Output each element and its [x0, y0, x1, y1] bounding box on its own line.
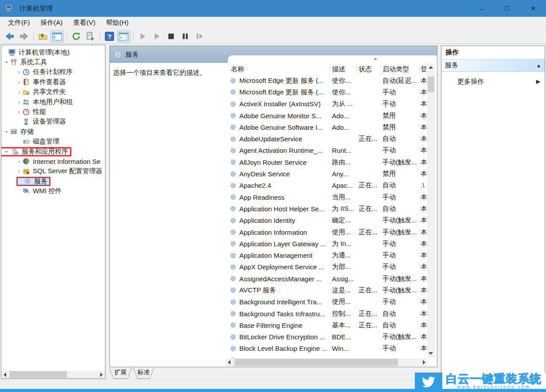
back-button[interactable]	[3, 31, 16, 43]
tree-item[interactable]: ›磁盘管理	[1, 137, 105, 147]
maximize-button[interactable]: □	[495, 0, 520, 17]
service-row[interactable]: Microsoft Edge 更新 服务 (...使你...自动(延迟...本	[226, 75, 427, 86]
chevron-down-icon[interactable]: ›	[4, 129, 10, 134]
tree-item[interactable]: ›任务计划程序	[1, 67, 105, 77]
service-row[interactable]: App Readiness当用...手动本	[226, 191, 427, 203]
pause-service-button[interactable]	[179, 31, 192, 43]
scrollbar-thumb[interactable]	[428, 77, 434, 92]
column-header-name[interactable]: 名称	[226, 63, 330, 75]
tree-item[interactable]: ›Internet Information Se	[1, 156, 105, 166]
tree-node[interactable]: SQL Server 配置管理器	[22, 167, 104, 176]
chevron-down-icon[interactable]: ›	[4, 60, 10, 65]
scroll-down-icon[interactable]	[429, 352, 433, 355]
minimize-button[interactable]: –	[469, 0, 495, 17]
chevron-right-icon[interactable]: ›	[16, 89, 22, 95]
tree-node[interactable]: 存储	[9, 127, 35, 136]
tree-item[interactable]: ›服务	[1, 176, 105, 186]
service-row[interactable]: AVCTP 服务这是...正在...手动(触发...本	[226, 284, 427, 296]
service-row[interactable]: Apache2.4Apac...正在...自动.\	[226, 180, 427, 191]
help-button[interactable]: ?	[103, 31, 116, 43]
column-header-logon[interactable]: 登	[420, 63, 427, 75]
tab-extended[interactable]: 扩展	[109, 368, 132, 379]
service-row[interactable]: Application Information使用...正在...手动(触发..…	[226, 226, 427, 238]
menu-item[interactable]: 操作(A)	[35, 17, 68, 28]
service-row[interactable]: Application Management为通...手动本	[226, 249, 427, 261]
scroll-left-icon[interactable]	[228, 360, 230, 365]
tree-horizontal-scrollbar[interactable]	[1, 371, 105, 378]
service-row[interactable]: Application Identity确定...手动(触发...本	[226, 215, 427, 226]
tree-node[interactable]: 服务	[16, 177, 51, 186]
service-row[interactable]: Application Layer Gateway ...为 In...手动本	[226, 238, 427, 249]
more-actions-item[interactable]: 更多操作 ▶	[441, 75, 545, 88]
restart-service-button[interactable]	[193, 31, 206, 43]
tree-item[interactable]: ›系统工具	[1, 57, 105, 67]
menu-item[interactable]: 文件(F)	[3, 17, 35, 28]
service-row[interactable]: Agent Activation Runtime_...Runt...手动本	[226, 145, 427, 156]
menu-item[interactable]: 查看(V)	[68, 17, 101, 28]
tree-item[interactable]: ›服务和应用程序	[1, 147, 105, 156]
stop-service-button[interactable]	[164, 31, 178, 43]
list-vertical-scrollbar[interactable]	[427, 63, 435, 357]
tree-node[interactable]: 事件查看器	[22, 78, 68, 87]
tree-item[interactable]: ›SQL Server 配置管理器	[1, 167, 105, 176]
service-row[interactable]: AdobeUpdateService正在...自动本	[226, 133, 427, 144]
service-row[interactable]: AllJoyn Router Service路由...手动(触发...本	[226, 156, 427, 168]
chevron-right-icon[interactable]: ›	[16, 79, 22, 85]
service-row[interactable]: Base Filtering Engine基本...正在...自动本	[226, 319, 427, 331]
tree-item[interactable]: ›本地用户和组	[1, 97, 105, 107]
column-header-status[interactable]: 状态	[357, 63, 381, 75]
chevron-right-icon[interactable]: ›	[16, 168, 22, 175]
tree-item[interactable]: ›计算机管理(本地)	[1, 47, 105, 57]
tree-node[interactable]: 性能	[22, 107, 48, 116]
tree-node[interactable]: 共享文件夹	[22, 87, 68, 97]
actions-group-services[interactable]: 服务 ▲	[441, 59, 545, 72]
service-row[interactable]: Block Level Backup Engine ...Win...手动本	[226, 343, 427, 354]
service-row[interactable]: Background Tasks Infrastru...控制...正在...自…	[226, 308, 427, 319]
service-row[interactable]: Background Intelligent Tra...使用...手动本	[226, 296, 427, 308]
tree-node[interactable]: 磁盘管理	[22, 137, 61, 146]
service-row[interactable]: BitLocker Drive Encryption ...BDE...手动(触…	[226, 331, 427, 343]
service-row[interactable]: ActiveX Installer (AxInstSV)为从 ...手动本	[226, 98, 427, 110]
chevron-right-icon[interactable]: ›	[16, 109, 22, 115]
tree-item[interactable]: ›WMI 控件	[1, 186, 105, 196]
scrollbar-thumb[interactable]	[234, 359, 398, 366]
tree-node[interactable]: 设备管理器	[22, 117, 68, 126]
chevron-right-icon[interactable]: ›	[16, 69, 22, 75]
column-header-startup[interactable]: 启动类型	[381, 63, 420, 75]
tree-item[interactable]: ›事件查看器	[1, 77, 105, 87]
tree-node[interactable]: Internet Information Se	[22, 157, 102, 166]
refresh-button[interactable]	[70, 31, 83, 43]
service-row[interactable]: AppX Deployment Service ...为部...手动本	[226, 261, 427, 273]
tree-node[interactable]: 系统工具	[9, 58, 49, 67]
service-row[interactable]: Microsoft Edge 更新 服务 (...使你...手动本	[226, 86, 427, 98]
tree-item[interactable]: ›共享文件夹	[1, 87, 105, 97]
scroll-left-icon[interactable]	[4, 373, 6, 377]
tree-node[interactable]: 计算机管理(本地)	[8, 48, 71, 57]
up-level-button[interactable]	[36, 31, 50, 43]
service-row[interactable]: AnyDesk ServiceAny...禁用本	[226, 168, 427, 179]
chevron-right-icon[interactable]: ›	[16, 99, 22, 105]
resume-service-button[interactable]	[150, 31, 164, 43]
chevron-down-icon[interactable]: ›	[4, 149, 10, 154]
tree-item[interactable]: ›性能	[1, 107, 105, 116]
collapse-group-icon[interactable]: ▲	[536, 63, 541, 68]
close-button[interactable]: ×	[520, 0, 546, 17]
tab-standard[interactable]: 标准	[133, 368, 154, 379]
service-row[interactable]: Application Host Helper Se...为 IIS...正在.…	[226, 203, 427, 214]
show-console-tree-button[interactable]	[51, 31, 64, 43]
tree-node[interactable]: 服务和应用程序	[1, 147, 71, 156]
tree-node[interactable]: WMI 控件	[22, 186, 63, 196]
start-service-button[interactable]	[136, 31, 149, 43]
export-list-button[interactable]	[84, 31, 97, 43]
scroll-right-icon[interactable]	[100, 373, 103, 377]
chevron-right-icon[interactable]: ›	[16, 158, 22, 165]
tree-node[interactable]: 本地用户和组	[22, 97, 74, 107]
show-action-pane-button[interactable]	[117, 31, 130, 43]
scrollbar-thumb[interactable]	[9, 371, 67, 378]
list-horizontal-scrollbar[interactable]	[226, 358, 428, 366]
service-row[interactable]: Adobe Genuine Monitor S...Ado...禁用本	[226, 110, 427, 121]
column-header-desc[interactable]: 描述	[330, 63, 357, 75]
tree-node[interactable]: 任务计划程序	[22, 67, 74, 77]
service-row[interactable]: AssignedAccessManager ...Assig...手动(触发..…	[226, 273, 427, 284]
tree-item[interactable]: ›存储	[1, 127, 105, 136]
